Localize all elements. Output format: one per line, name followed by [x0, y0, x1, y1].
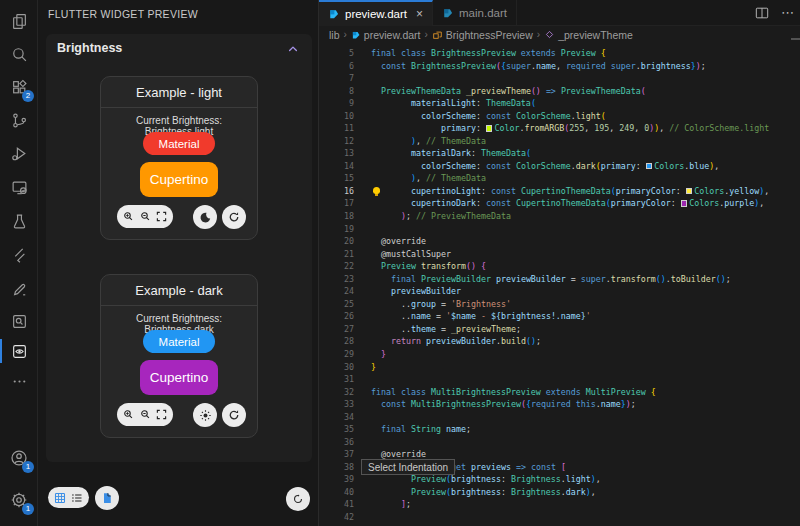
zoom-in-icon[interactable]	[123, 211, 134, 222]
line-number: 35	[319, 423, 371, 436]
scrollbar-mark[interactable]	[791, 38, 800, 40]
activity-item-flutter[interactable]	[0, 240, 38, 270]
code-line[interactable]: 20 @override	[319, 235, 800, 248]
zoom-in-icon[interactable]	[123, 409, 134, 420]
refresh-button[interactable]	[222, 205, 246, 229]
color-swatch[interactable]	[486, 125, 493, 132]
method-symbol-icon	[544, 29, 555, 40]
more-actions-icon[interactable]: ⋯	[781, 8, 794, 18]
code-line[interactable]: 33 const MultiBrightnessPreview({require…	[319, 398, 800, 411]
color-swatch[interactable]	[646, 163, 653, 170]
fullscreen-icon[interactable]	[156, 211, 167, 222]
code-line[interactable]: 5final class BrightnessPreview extends P…	[319, 47, 800, 60]
code-line[interactable]: 30}	[319, 361, 800, 374]
activity-item-run-debug[interactable]	[0, 138, 38, 168]
activity-item-extensions[interactable]: 2	[0, 72, 38, 102]
activity-item-widget-preview[interactable]	[0, 336, 38, 366]
close-icon[interactable]: ×	[416, 9, 423, 19]
line-number: 16	[319, 185, 371, 198]
zoom-out-icon[interactable]	[140, 211, 151, 222]
cupertino-button[interactable]: Cupertino	[140, 162, 218, 197]
code-line[interactable]: 12 ), // ThemeData	[319, 135, 800, 148]
code-line[interactable]: 27 ..theme = _previewTheme;	[319, 323, 800, 336]
zoom-out-icon[interactable]	[140, 409, 151, 420]
light-mode-toggle-button[interactable]	[193, 403, 217, 427]
split-editor-icon[interactable]	[755, 6, 769, 20]
filter-by-file-button[interactable]	[95, 486, 119, 510]
chevron-right-icon: ›	[537, 29, 540, 40]
code-text: final String name;	[371, 423, 471, 436]
code-line[interactable]: 36	[319, 436, 800, 449]
line-number: 26	[319, 310, 371, 323]
code-line[interactable]: 19	[319, 223, 800, 236]
breadcrumb-method[interactable]: _previewTheme	[544, 29, 633, 41]
line-number: 23	[319, 273, 371, 286]
code-line[interactable]: 9 materialLight: ThemeData(	[319, 97, 800, 110]
code-line[interactable]: 18 ); // PreviewThemeData	[319, 210, 800, 223]
line-number: 11	[319, 122, 371, 135]
code-line[interactable]: 22 Preview transform() {	[319, 260, 800, 273]
line-number: 18	[319, 210, 371, 223]
code-line[interactable]: 32final class MultiBrightnessPreview ext…	[319, 386, 800, 399]
activity-item-edit-tools[interactable]	[0, 274, 38, 304]
breadcrumb-class[interactable]: BrightnessPreview	[432, 29, 533, 41]
material-button[interactable]: Material	[143, 330, 215, 353]
code-line[interactable]: 41 ];	[319, 498, 800, 511]
code-line[interactable]: 6 const BrightnessPreview({super.name, r…	[319, 60, 800, 73]
code-line[interactable]: 17 cupertinoDark: const CupertinoThemeDa…	[319, 197, 800, 210]
lightbulb-icon[interactable]	[373, 187, 380, 194]
code-line[interactable]: 13 materialDark: ThemeData(	[319, 147, 800, 160]
activity-item-settings[interactable]: 1	[0, 485, 38, 515]
refresh-button[interactable]	[222, 403, 246, 427]
activity-item-accounts[interactable]: 1	[0, 443, 38, 473]
code-text: materialDark: ThemeData(	[371, 147, 531, 160]
code-line[interactable]: 11 primary: Color.fromARGB(255, 195, 249…	[319, 122, 800, 135]
activity-item-testing[interactable]	[0, 206, 38, 236]
code-line[interactable]: 23 final PreviewBuilder previewBuilder =…	[319, 273, 800, 286]
code-line[interactable]: 14 colorScheme: const ColorScheme.dark(p…	[319, 160, 800, 173]
breadcrumb-folder[interactable]: lib	[329, 29, 340, 41]
tab-main-dart[interactable]: main.dart	[433, 0, 517, 26]
activity-item-explorer[interactable]	[0, 6, 38, 36]
code-area[interactable]: 5final class BrightnessPreview extends P…	[319, 47, 800, 526]
code-line[interactable]: 28 return previewBuilder.build();	[319, 335, 800, 348]
material-button[interactable]: Material	[143, 132, 215, 155]
tab-preview-dart[interactable]: preview.dart ×	[319, 0, 433, 26]
settings-badge: 1	[22, 503, 34, 515]
code-line[interactable]: 15 ), // ThemeData	[319, 172, 800, 185]
code-line[interactable]: 34	[319, 411, 800, 424]
code-line[interactable]: 31	[319, 373, 800, 386]
activity-item-source-control[interactable]	[0, 105, 38, 135]
code-line[interactable]: 24 previewBuilder	[319, 285, 800, 298]
code-line[interactable]: 40 Preview(brightness: Brightness.dark),	[319, 486, 800, 499]
cupertino-button[interactable]: Cupertino	[140, 360, 218, 395]
code-line[interactable]: 26 ..name = '$name - ${brightness!.name}…	[319, 310, 800, 323]
activity-item-inspector[interactable]	[0, 306, 38, 336]
color-swatch[interactable]	[681, 200, 688, 207]
activity-item-search[interactable]	[0, 39, 38, 69]
code-line[interactable]: 42	[319, 511, 800, 524]
code-line[interactable]: 16 cupertinoLight: const CupertinoThemeD…	[319, 185, 800, 198]
activity-item-more[interactable]	[0, 366, 38, 396]
brightness-section-header[interactable]: Brightness	[46, 34, 312, 62]
code-line[interactable]: 39 Preview(brightness: Brightness.light)…	[319, 473, 800, 486]
code-line[interactable]: 29 }	[319, 348, 800, 361]
grid-view-icon[interactable]	[54, 492, 66, 504]
code-line[interactable]: 8 PreviewThemeData _previewTheme() => Pr…	[319, 85, 800, 98]
code-line[interactable]: 7	[319, 72, 800, 85]
code-line[interactable]: 25 ..group = 'Brightness'	[319, 298, 800, 311]
zoom-controls	[117, 205, 173, 228]
activity-item-device-preview[interactable]	[0, 172, 38, 202]
fullscreen-icon[interactable]	[156, 409, 167, 420]
chevron-up-icon[interactable]	[287, 43, 299, 55]
list-view-icon[interactable]	[71, 492, 83, 504]
color-swatch[interactable]	[686, 188, 693, 195]
dark-mode-toggle-button[interactable]	[193, 205, 217, 229]
line-number: 21	[319, 248, 371, 261]
code-line[interactable]: 21 @mustCallSuper	[319, 248, 800, 261]
line-number: 6	[319, 60, 371, 73]
code-line[interactable]: 10 colorScheme: const ColorScheme.light(	[319, 110, 800, 123]
restart-preview-button[interactable]	[286, 487, 310, 511]
breadcrumb-file[interactable]: preview.dart	[351, 29, 421, 41]
code-line[interactable]: 35 final String name;	[319, 423, 800, 436]
